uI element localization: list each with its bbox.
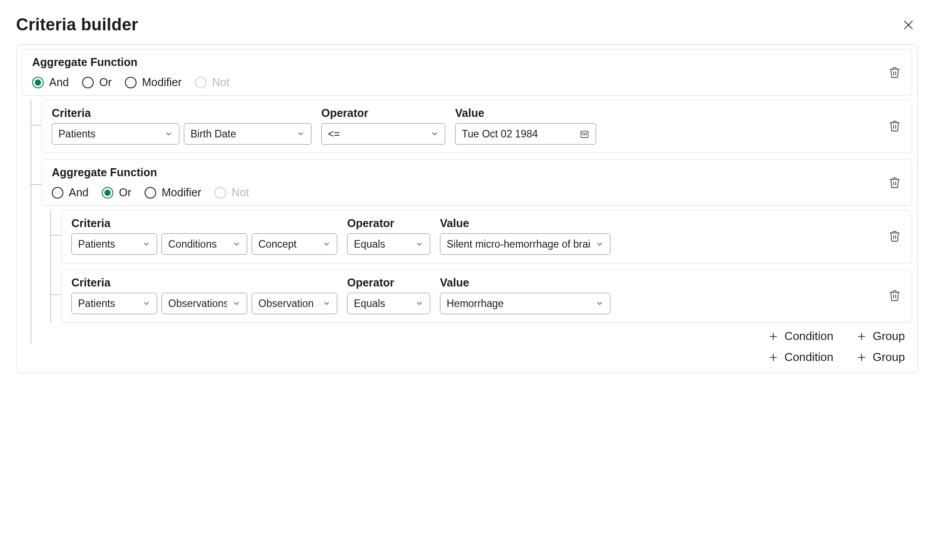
- nested-radio-row: And Or Modifier: [52, 186, 249, 199]
- root-footer: Condition Group: [22, 344, 912, 365]
- select-value: <=: [328, 128, 340, 140]
- add-condition-button[interactable]: Condition: [766, 350, 836, 365]
- add-condition-label: Condition: [784, 329, 833, 343]
- delete-condition-button[interactable]: [886, 117, 904, 135]
- radio-label-and: And: [49, 76, 69, 89]
- chevron-down-icon: [415, 299, 423, 307]
- nested-group-row: Aggregate Function And Or: [41, 159, 912, 344]
- root-group-header: Aggregate Function And Or Modifier: [22, 49, 912, 95]
- nested-radio-or[interactable]: Or: [102, 186, 131, 199]
- radio-label-not: Not: [232, 186, 249, 199]
- plus-icon: [768, 353, 778, 362]
- criteria-select-level-1[interactable]: Patients: [52, 123, 179, 145]
- radio-label-and: And: [69, 186, 88, 199]
- delete-nested-group-button[interactable]: [886, 174, 904, 191]
- root-radio-row: And Or Modifier Not: [32, 76, 229, 89]
- criteria-label: Criteria: [71, 276, 337, 289]
- radio-label-not: Not: [212, 76, 229, 89]
- close-button[interactable]: [899, 16, 918, 34]
- operator-select[interactable]: Equals: [347, 233, 430, 255]
- radio-label-modifier: Modifier: [162, 186, 201, 199]
- root-radio-and[interactable]: And: [32, 76, 69, 89]
- close-icon: [903, 19, 914, 31]
- chevron-down-icon: [165, 130, 173, 138]
- add-group-button[interactable]: Group: [854, 329, 908, 344]
- trash-icon: [888, 230, 901, 242]
- calendar-icon: [580, 129, 589, 139]
- select-value: Observation: [258, 298, 314, 310]
- select-value: Conditions: [168, 238, 217, 250]
- nested-radio-not: Not: [215, 186, 249, 199]
- criteria-select-level-3[interactable]: Observation: [252, 293, 337, 314]
- add-condition-button[interactable]: Condition: [766, 329, 836, 344]
- aggregate-label: Aggregate Function: [52, 166, 249, 179]
- value-label: Value: [455, 107, 596, 120]
- add-group-label: Group: [873, 329, 905, 343]
- add-group-label: Group: [873, 350, 905, 364]
- criteria-label: Criteria: [52, 107, 311, 120]
- svg-point-5: [584, 134, 585, 135]
- operator-label: Operator: [347, 276, 430, 289]
- builder-panel: Aggregate Function And Or Modifier: [16, 44, 918, 373]
- trash-icon: [888, 120, 901, 132]
- add-condition-label: Condition: [784, 350, 833, 364]
- nested-footer: Condition Group: [41, 323, 912, 344]
- criteria-select-level-2[interactable]: Observations: [162, 293, 247, 314]
- radio-unselected-icon: [125, 77, 137, 88]
- radio-disabled-icon: [195, 77, 207, 88]
- chevron-down-icon: [596, 240, 604, 248]
- select-value: Patients: [58, 128, 95, 140]
- chevron-down-icon: [323, 299, 331, 307]
- radio-unselected-icon: [82, 77, 94, 88]
- select-value: Patients: [78, 298, 115, 310]
- criteria-select-level-1[interactable]: Patients: [71, 293, 157, 314]
- criteria-label: Criteria: [71, 217, 337, 230]
- select-value: Equals: [354, 298, 385, 310]
- chevron-down-icon: [232, 299, 241, 307]
- criteria-select-level-3[interactable]: Concept: [252, 233, 337, 255]
- add-group-button[interactable]: Group: [854, 350, 908, 365]
- radio-selected-icon: [102, 187, 113, 199]
- trash-icon: [888, 289, 901, 302]
- value-select[interactable]: Hemorrhage: [440, 293, 610, 314]
- trash-icon: [888, 66, 901, 79]
- value-select[interactable]: Silent micro-hemorrhage of brain: [440, 233, 610, 255]
- value-date-input[interactable]: Tue Oct 02 1984: [455, 123, 596, 145]
- select-value: Birth Date: [191, 128, 236, 140]
- plus-icon: [768, 332, 778, 341]
- root-radio-modifier[interactable]: Modifier: [125, 76, 182, 89]
- chevron-down-icon: [431, 130, 439, 138]
- date-value: Tue Oct 02 1984: [462, 128, 538, 140]
- radio-label-or: Or: [99, 76, 112, 89]
- select-value: Hemorrhage: [447, 298, 504, 310]
- radio-unselected-icon: [52, 187, 63, 199]
- nested-radio-modifier[interactable]: Modifier: [145, 186, 201, 199]
- criteria-select-level-2[interactable]: Conditions: [162, 233, 247, 255]
- delete-root-group-button[interactable]: [886, 63, 904, 81]
- root-radio-or[interactable]: Or: [82, 76, 112, 89]
- plus-icon: [857, 353, 867, 362]
- chevron-down-icon: [142, 240, 150, 248]
- page-title: Criteria builder: [16, 15, 138, 34]
- nested-condition-row: Criteria Patients Observations: [61, 270, 912, 323]
- criteria-select-level-1[interactable]: Patients: [71, 233, 157, 255]
- nested-radio-and[interactable]: And: [52, 186, 88, 199]
- chevron-down-icon: [596, 299, 604, 307]
- select-value: Silent micro-hemorrhage of brain: [447, 238, 590, 250]
- value-label: Value: [440, 276, 610, 289]
- nested-group-header: Aggregate Function And Or: [41, 159, 912, 206]
- delete-condition-button[interactable]: [886, 286, 904, 304]
- select-value: Concept: [258, 238, 297, 250]
- criteria-select-level-2[interactable]: Birth Date: [184, 123, 311, 145]
- chevron-down-icon: [142, 299, 150, 307]
- root-radio-not: Not: [195, 76, 229, 89]
- chevron-down-icon: [323, 240, 331, 248]
- aggregate-label: Aggregate Function: [32, 56, 229, 69]
- operator-select[interactable]: Equals: [347, 293, 430, 314]
- trash-icon: [888, 176, 901, 189]
- delete-condition-button[interactable]: [886, 227, 904, 245]
- radio-label-modifier: Modifier: [142, 76, 182, 89]
- select-value: Patients: [78, 238, 115, 250]
- value-label: Value: [440, 217, 610, 230]
- operator-select[interactable]: <=: [321, 123, 445, 145]
